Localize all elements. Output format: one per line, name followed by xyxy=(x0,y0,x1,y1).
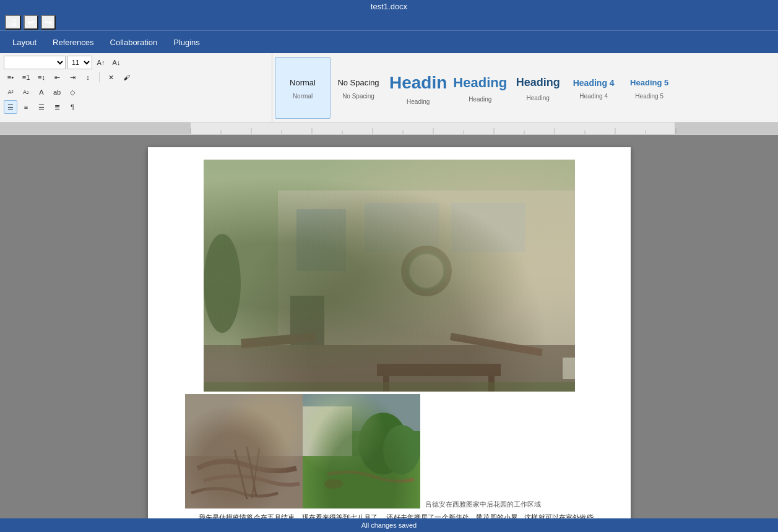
align-justify-button[interactable]: ≣ xyxy=(50,100,64,114)
line-spacing-button[interactable]: ↕ xyxy=(81,71,95,84)
paragraph-1: 我先是估摸疫情将会在五月结束，现在看来得等到七八月了。 还好去年搬居了一个新住处… xyxy=(185,512,594,518)
svg-rect-24 xyxy=(365,203,439,252)
svg-point-49 xyxy=(324,479,343,489)
style-heading2[interactable]: Heading Heading xyxy=(450,57,510,119)
style-heading5[interactable]: Heading 5 Heading 5 xyxy=(621,57,677,119)
menu-references[interactable]: References xyxy=(45,34,101,51)
svg-rect-37 xyxy=(204,382,575,392)
align-right-button[interactable]: ☰ xyxy=(35,100,48,114)
quick-access-toolbar: 🖨 ↩ ↪ xyxy=(0,14,778,31)
align-left-button[interactable]: ☰ xyxy=(4,100,17,114)
svg-rect-28 xyxy=(377,364,501,376)
style-normal[interactable]: Normal Normal xyxy=(275,57,331,119)
document-title: test1.docx xyxy=(371,2,407,11)
redo-button[interactable]: ↪ xyxy=(41,15,56,30)
style-h5-preview: Heading 5 xyxy=(630,78,668,88)
svg-rect-25 xyxy=(451,203,525,252)
font-name-select[interactable] xyxy=(4,56,66,69)
menu-collaboration[interactable]: Collaboration xyxy=(103,34,165,51)
subscript-button[interactable]: A₂ xyxy=(19,85,33,99)
ribbon: 11 A↑ A↓ ≡• ≡1 ≡↕ ⇤ ⇥ ↕ ✕ 🖌 A² A₂ A ab ◇… xyxy=(0,53,778,122)
image-small2-svg xyxy=(303,394,420,508)
indent-increase-button[interactable]: ⇥ xyxy=(66,71,79,84)
document-image-small2 xyxy=(303,394,420,508)
svg-point-33 xyxy=(405,249,448,293)
status-bar: All changes saved xyxy=(0,518,778,532)
menu-bar: Layout References Collaboration Plugins xyxy=(0,31,778,53)
superscript-button[interactable]: A² xyxy=(4,85,17,99)
svg-rect-31 xyxy=(241,333,316,348)
ruler xyxy=(0,122,778,135)
document-text[interactable]: 我先是估摸疫情将会在五月结束，现在看来得等到七八月了。 还好去年搬居了一个新住处… xyxy=(185,512,594,518)
style-no-spacing[interactable]: No Spacing No Spacing xyxy=(331,57,386,119)
font-size-decrease-button[interactable]: A↓ xyxy=(110,56,123,69)
style-h3-label: Heading xyxy=(527,95,550,101)
svg-rect-22 xyxy=(278,191,575,364)
title-bar: test1.docx xyxy=(0,0,778,14)
style-heading1[interactable]: Headin Heading xyxy=(386,57,450,119)
style-normal-label: Normal xyxy=(293,93,313,100)
image-small1-svg xyxy=(185,394,303,508)
svg-rect-46 xyxy=(303,456,420,508)
document-image-large xyxy=(204,160,575,392)
font-color-button[interactable]: A xyxy=(35,85,48,99)
text-effect-button[interactable]: ◇ xyxy=(66,85,79,99)
undo-button[interactable]: ↩ xyxy=(24,15,38,30)
image-caption-area: 吕德安在西雅图家中后花园的工作区域 xyxy=(420,394,594,508)
svg-point-34 xyxy=(408,252,445,290)
font-size-select[interactable]: 11 xyxy=(67,56,92,69)
svg-rect-3 xyxy=(191,122,675,134)
style-h5-label: Heading 5 xyxy=(635,93,663,100)
svg-rect-27 xyxy=(204,345,575,392)
svg-rect-38 xyxy=(185,394,303,508)
svg-rect-32 xyxy=(449,333,542,356)
svg-rect-23 xyxy=(296,209,346,271)
font-size-increase-button[interactable]: A↑ xyxy=(94,56,108,69)
align-center-button[interactable]: ≡ xyxy=(19,100,33,114)
style-h2-label: Heading xyxy=(469,96,491,103)
style-h1-label: Heading xyxy=(407,98,430,105)
svg-rect-2 xyxy=(675,122,778,134)
print-button[interactable]: 🖨 xyxy=(5,15,21,30)
bullet-list-button[interactable]: ≡• xyxy=(4,71,17,84)
style-h1-preview: Headin xyxy=(389,72,447,93)
indent-decrease-button[interactable]: ⇤ xyxy=(50,71,64,84)
style-h4-label: Heading 4 xyxy=(579,93,608,100)
svg-line-40 xyxy=(235,450,247,499)
document-area[interactable]: 吕德安在西雅图家中后花园的工作区域 我先是估摸疫情将会在五月结束，现在看来得等到… xyxy=(0,135,778,518)
ruler-svg xyxy=(0,122,778,134)
svg-rect-45 xyxy=(303,406,352,456)
style-h4-preview: Heading 4 xyxy=(573,78,615,88)
svg-rect-1 xyxy=(0,122,191,134)
svg-rect-43 xyxy=(303,394,420,508)
style-heading3[interactable]: Heading Heading xyxy=(510,57,566,119)
image-caption: 吕德安在西雅图家中后花园的工作区域 xyxy=(425,500,541,508)
svg-rect-21 xyxy=(204,160,575,392)
style-nospace-label: No Spacing xyxy=(342,93,374,100)
svg-rect-44 xyxy=(303,394,420,431)
menu-layout[interactable]: Layout xyxy=(5,34,44,51)
multilevel-list-button[interactable]: ≡↕ xyxy=(35,71,48,84)
document-page[interactable]: 吕德安在西雅图家中后花园的工作区域 我先是估摸疫情将会在五月结束，现在看来得等到… xyxy=(148,147,631,518)
style-heading4[interactable]: Heading 4 Heading 4 xyxy=(566,57,621,119)
style-h2-preview: Heading xyxy=(453,75,507,91)
svg-point-48 xyxy=(383,425,420,474)
document-image-small1 xyxy=(185,394,303,508)
svg-rect-39 xyxy=(185,456,303,508)
format-painter-button[interactable]: 🖌 xyxy=(119,71,133,84)
paragraph-mark-button[interactable]: ¶ xyxy=(66,100,79,114)
status-text: All changes saved xyxy=(361,521,417,529)
svg-point-47 xyxy=(358,413,408,474)
svg-rect-26 xyxy=(290,296,324,364)
styles-ribbon: Normal Normal No Spacing No Spacing Head… xyxy=(272,53,778,122)
ribbon-formatting: 11 A↑ A↓ ≡• ≡1 ≡↕ ⇤ ⇥ ↕ ✕ 🖌 A² A₂ A ab ◇… xyxy=(0,53,272,122)
clear-format-button[interactable]: ✕ xyxy=(104,71,118,84)
style-normal-preview: Normal xyxy=(290,78,316,88)
menu-plugins[interactable]: Plugins xyxy=(166,34,207,51)
svg-point-36 xyxy=(204,234,241,333)
numbered-list-button[interactable]: ≡1 xyxy=(19,71,33,84)
svg-rect-30 xyxy=(488,376,495,392)
svg-line-41 xyxy=(247,447,256,496)
style-h3-preview: Heading xyxy=(516,76,560,90)
highlight-button[interactable]: ab xyxy=(50,85,64,99)
